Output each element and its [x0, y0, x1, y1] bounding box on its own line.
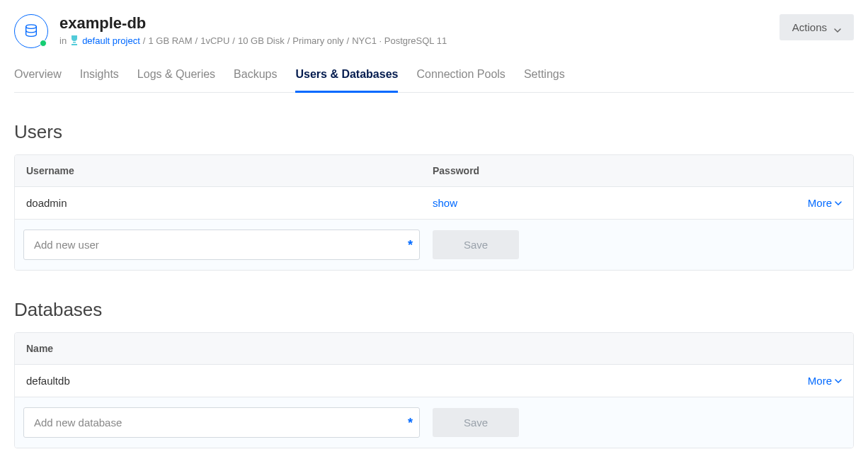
tab-backups[interactable]: Backups — [234, 68, 277, 93]
add-database-input[interactable] — [23, 407, 420, 438]
show-password-link[interactable]: show — [433, 197, 457, 209]
project-link[interactable]: default project — [82, 35, 140, 46]
tab-connection-pools[interactable]: Connection Pools — [416, 68, 505, 93]
users-section-title: Users — [14, 121, 854, 143]
status-dot-icon — [40, 40, 47, 47]
users-col-password: Password — [433, 165, 842, 176]
user-username: doadmin — [26, 197, 433, 209]
databases-col-name: Name — [26, 343, 842, 354]
database-title: example-db — [59, 14, 447, 33]
project-icon — [69, 34, 79, 47]
database-icon — [14, 14, 48, 48]
chevron-down-icon — [834, 24, 841, 31]
users-col-username: Username — [26, 165, 433, 176]
database-name: defaultdb — [26, 375, 799, 387]
add-user-input[interactable] — [23, 230, 420, 260]
spec-primary: Primary only — [292, 35, 343, 46]
svg-point-0 — [26, 25, 37, 29]
tab-insights[interactable]: Insights — [80, 68, 119, 93]
chevron-down-icon — [835, 200, 842, 207]
required-asterisk-icon: * — [408, 237, 413, 252]
tab-logs-queries[interactable]: Logs & Queries — [137, 68, 215, 93]
actions-button[interactable]: Actions — [780, 14, 854, 40]
chevron-down-icon — [835, 378, 842, 385]
database-more-button[interactable]: More — [808, 375, 842, 387]
spec-ram: 1 GB RAM — [148, 35, 192, 46]
tab-users-databases[interactable]: Users & Databases — [295, 68, 398, 93]
tab-settings[interactable]: Settings — [524, 68, 565, 93]
more-label: More — [808, 197, 832, 209]
spec-disk: 10 GB Disk — [238, 35, 285, 46]
breadcrumb: in default project / 1 GB RAM / 1vCPU / — [59, 34, 447, 47]
svg-rect-2 — [72, 44, 77, 45]
save-database-button[interactable]: Save — [433, 408, 519, 437]
databases-panel: Name defaultdb More * Save — [14, 332, 854, 448]
more-label: More — [808, 375, 832, 387]
svg-rect-1 — [73, 42, 76, 43]
table-row: doadmin show More — [15, 187, 853, 220]
page-header: example-db in default project / 1 GB RAM… — [14, 14, 854, 68]
databases-section-title: Databases — [14, 299, 854, 321]
tab-overview[interactable]: Overview — [14, 68, 62, 93]
user-more-button[interactable]: More — [808, 197, 842, 209]
spec-cpu: 1vCPU — [200, 35, 229, 46]
table-row: defaultdb More — [15, 365, 853, 397]
save-user-button[interactable]: Save — [433, 230, 519, 259]
breadcrumb-in: in — [59, 35, 67, 46]
spec-region-engine: NYC1 · PostgreSQL 11 — [352, 35, 447, 46]
tabs-bar: Overview Insights Logs & Queries Backups… — [14, 68, 854, 93]
required-asterisk-icon: * — [408, 415, 413, 430]
users-panel: Username Password doadmin show More * Sa… — [14, 154, 854, 271]
actions-label: Actions — [792, 21, 827, 33]
